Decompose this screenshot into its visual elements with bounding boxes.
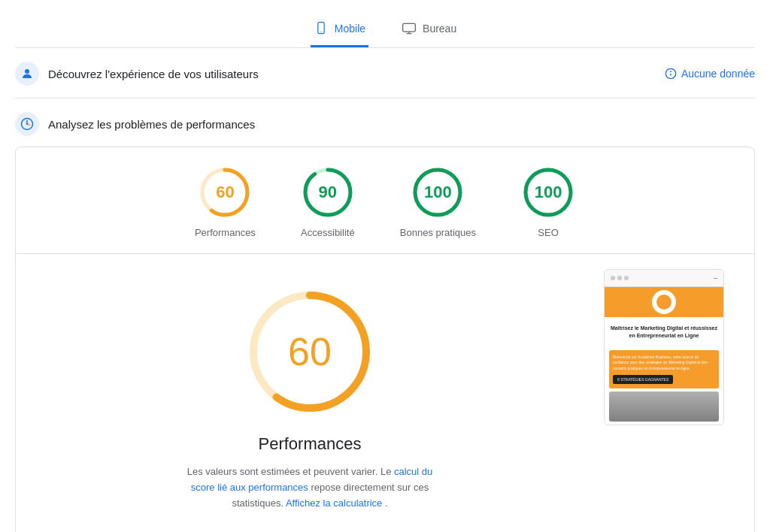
screenshot-people-image xyxy=(609,391,719,422)
big-score-label: Performances xyxy=(259,434,362,454)
score-circle-seo: 100 xyxy=(521,165,575,219)
screenshot-image-area xyxy=(609,391,719,422)
big-score-circle: 60 xyxy=(242,284,377,419)
screenshot-cta-button: 6 STRATÉGIES GAGNANTES xyxy=(613,375,673,384)
svg-rect-2 xyxy=(403,23,416,32)
tab-mobile[interactable]: Mobile xyxy=(311,12,368,47)
mobile-icon xyxy=(314,21,329,36)
aucune-donnee-label: Aucune donnée xyxy=(681,68,755,80)
screenshot-title-text: Maîtrisez le Marketing Digital et réussi… xyxy=(611,325,717,340)
screenshot-dots xyxy=(611,276,629,280)
detail-left: 60 Performances Les valeurs sont estimée… xyxy=(46,269,574,526)
screenshot-browser-bar: – xyxy=(605,270,723,287)
desktop-icon xyxy=(402,21,417,36)
tab-bureau[interactable]: Bureau xyxy=(399,12,459,47)
score-description: Les valeurs sont estimées et peuvent var… xyxy=(174,464,445,511)
calc-view-link[interactable]: Affichez la calculatrice xyxy=(286,497,382,509)
score-circle-bonnes-pratiques: 100 xyxy=(411,165,465,219)
score-value-performances: 60 xyxy=(216,183,234,202)
screenshot-logo-inner xyxy=(656,295,671,310)
score-value-seo: 100 xyxy=(535,183,562,202)
svg-point-10 xyxy=(26,123,28,125)
desc-plain: Les valeurs sont estimées et peuvent var… xyxy=(187,466,394,477)
screenshot-content-text: Bienvenue sur Académie Business, votre s… xyxy=(613,355,715,372)
chart-icon xyxy=(20,117,34,131)
score-label-seo: SEO xyxy=(538,227,558,238)
screenshot-preview: – Maîtrisez le Marketing Digital et réus… xyxy=(604,269,724,425)
score-value-bonnes-pratiques: 100 xyxy=(424,183,452,202)
perf-section-title: Analysez les problèmes de performances xyxy=(48,118,255,131)
score-circle-performances: 60 xyxy=(198,165,252,219)
dot-2 xyxy=(617,276,622,280)
tab-mobile-label: Mobile xyxy=(335,23,365,35)
screenshot-logo xyxy=(652,290,676,314)
score-item-bonnes-pratiques[interactable]: 100 Bonnes pratiques xyxy=(400,165,476,238)
screenshot-site-header xyxy=(605,287,723,317)
svg-point-5 xyxy=(25,69,29,74)
user-exp-title: Découvrez l'expérience de vos utilisateu… xyxy=(48,68,259,80)
tabs-bar: Mobile Bureau xyxy=(15,0,755,48)
score-value-accessibilite: 90 xyxy=(319,183,337,202)
user-exp-icon xyxy=(15,62,39,86)
score-item-accessibilite[interactable]: 90 Accessibilité xyxy=(301,165,355,238)
score-circle-accessibilite: 90 xyxy=(301,165,355,219)
user-experience-section: Découvrez l'expérience de vos utilisateu… xyxy=(15,48,755,98)
dot-3 xyxy=(624,276,629,280)
dot-1 xyxy=(611,276,615,280)
scores-card: 60 Performances 90 Accessibilité xyxy=(15,147,755,532)
desc-end: . xyxy=(385,497,388,509)
detail-area: 60 Performances Les valeurs sont estimée… xyxy=(46,254,724,532)
screenshot-content-block: Bienvenue sur Académie Business, votre s… xyxy=(609,350,719,389)
user-exp-left: Découvrez l'expérience de vos utilisateu… xyxy=(15,62,259,86)
score-label-accessibilite: Accessibilité xyxy=(301,227,355,238)
svg-point-1 xyxy=(320,32,321,32)
scores-row: 60 Performances 90 Accessibilité xyxy=(46,165,724,238)
score-label-performances: Performances xyxy=(195,227,256,238)
screenshot-body: Maîtrisez le Marketing Digital et réussi… xyxy=(605,287,723,422)
tab-bureau-label: Bureau xyxy=(423,23,456,35)
aucune-donnee-button[interactable]: Aucune donnée xyxy=(665,68,755,80)
big-score-value: 60 xyxy=(288,329,332,374)
perf-section-header: Analysez les problèmes de performances xyxy=(15,98,755,147)
score-item-seo[interactable]: 100 SEO xyxy=(521,165,575,238)
screenshot-title-area: Maîtrisez le Marketing Digital et réussi… xyxy=(605,317,723,347)
screenshot-preview-container: – Maîtrisez le Marketing Digital et réus… xyxy=(604,269,724,425)
screenshot-bar-icon: – xyxy=(714,274,717,282)
perf-section-icon xyxy=(15,112,39,136)
info-icon xyxy=(665,68,677,80)
score-label-bonnes-pratiques: Bonnes pratiques xyxy=(400,227,476,238)
score-item-performances[interactable]: 60 Performances xyxy=(195,165,256,238)
